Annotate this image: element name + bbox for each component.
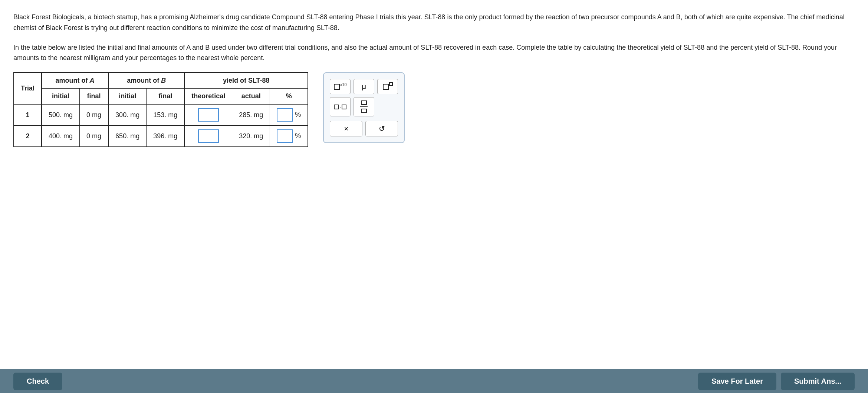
paragraph-2: In the table below are listed the initia… xyxy=(13,42,855,64)
final-b-header: final xyxy=(147,89,185,105)
bottom-bar: Check Save For Later Submit Ans... xyxy=(0,369,868,393)
b-final-2: 396. mg xyxy=(147,126,185,147)
table-row: 1 500. mg 0 mg 300. mg 153. mg xyxy=(14,104,308,126)
bottom-right-buttons: Save For Later Submit Ans... xyxy=(698,373,855,390)
data-table: Trial amount of A amount of B yield of S… xyxy=(13,72,308,147)
actual-header: actual xyxy=(232,89,270,105)
percent-2[interactable]: % xyxy=(270,126,308,147)
initial-a-header: initial xyxy=(42,89,80,105)
theoretical-1[interactable] xyxy=(184,104,232,126)
save-for-later-button[interactable]: Save For Later xyxy=(698,373,776,390)
check-button[interactable]: Check xyxy=(13,373,62,390)
content-area: Trial amount of A amount of B yield of S… xyxy=(13,72,855,147)
undo-button[interactable]: ↺ xyxy=(365,121,398,136)
table-row: 2 400. mg 0 mg 650. mg 396. mg xyxy=(14,126,308,147)
action-row: × ↺ xyxy=(330,121,398,136)
trial-1: 1 xyxy=(14,104,42,126)
symbol-grid-top: x10 μ · xyxy=(330,79,398,116)
initial-b-header: initial xyxy=(108,89,147,105)
percent-header: % xyxy=(270,89,308,105)
final-a-header: final xyxy=(80,89,109,105)
a-final-2: 0 mg xyxy=(80,126,109,147)
submit-answer-button[interactable]: Submit Ans... xyxy=(781,373,855,390)
b-initial-2: 650. mg xyxy=(108,126,147,147)
main-content: Black Forest Biologicals, a biotech star… xyxy=(0,0,868,192)
dot-square-button[interactable]: · xyxy=(330,97,351,116)
a-initial-2: 400. mg xyxy=(42,126,80,147)
x10-button[interactable]: x10 xyxy=(330,79,351,94)
a-initial-1: 500. mg xyxy=(42,104,80,126)
symbol-panel: x10 μ · xyxy=(323,72,405,143)
sub-header-row: initial final initial final theoretical xyxy=(14,89,308,105)
percent-1[interactable]: % xyxy=(270,104,308,126)
b-initial-1: 300. mg xyxy=(108,104,147,126)
amount-a-header: amount of A xyxy=(42,73,108,89)
fraction-button[interactable] xyxy=(354,97,374,116)
b-final-1: 153. mg xyxy=(147,104,185,126)
yield-slt-header: yield of SLT-88 xyxy=(184,73,308,89)
theoretical-2[interactable] xyxy=(184,126,232,147)
a-final-1: 0 mg xyxy=(80,104,109,126)
trial-2: 2 xyxy=(14,126,42,147)
paragraph-1: Black Forest Biologicals, a biotech star… xyxy=(13,12,855,33)
trial-header: Trial xyxy=(14,73,42,104)
actual-2: 320. mg xyxy=(232,126,270,147)
group-header-row: Trial amount of A amount of B yield of S… xyxy=(14,73,308,89)
clear-button[interactable]: × xyxy=(330,121,362,136)
amount-b-header: amount of B xyxy=(108,73,184,89)
superscript-square-button[interactable] xyxy=(377,79,398,94)
actual-1: 285. mg xyxy=(232,104,270,126)
theoretical-header: theoretical xyxy=(184,89,232,105)
mu-button[interactable]: μ xyxy=(354,79,374,94)
